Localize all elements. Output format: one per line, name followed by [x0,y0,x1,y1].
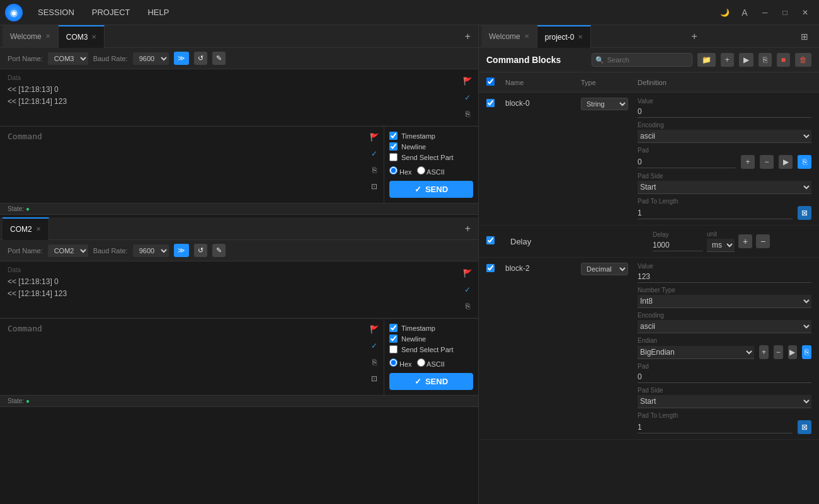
block-0-play-btn[interactable]: ▶ [779,155,793,169]
com2-baud-select[interactable]: 9600 [133,244,169,257]
com3-timestamp-checkbox[interactable] [389,132,398,140]
add-tab-com2[interactable]: + [460,223,476,234]
com3-newline-check[interactable]: Newline [389,142,473,151]
delay-checkbox[interactable] [486,236,495,244]
delay-minus-btn[interactable]: − [756,234,770,248]
block-0-pad-input[interactable] [638,156,736,168]
tab-project0[interactable]: project-0 ✕ [537,25,592,48]
com3-copy-icon[interactable]: ✓ [461,91,474,105]
com3-hex-radio-label[interactable]: Hex [389,166,412,176]
close-tab-com2[interactable]: ✕ [36,226,41,232]
minimize-icon[interactable]: ─ [756,4,774,21]
com2-timestamp-checkbox[interactable] [389,324,398,332]
block-0-padside-select[interactable]: Start End [638,181,811,194]
block-0-type-select[interactable]: String Decimal Hex [581,98,628,110]
block-0-checkbox[interactable] [486,99,495,107]
delay-unit-select[interactable]: ms s [707,239,735,252]
tab-com3[interactable]: COM3 ✕ [59,25,105,48]
com3-clear-icon[interactable]: 🚩 [461,74,474,88]
com3-port-select[interactable]: COM3 [48,52,88,65]
close-tab-com3[interactable]: ✕ [91,33,96,40]
com3-newline-checkbox[interactable] [389,142,398,151]
com2-settings-btn[interactable]: ✎ [212,244,226,257]
delay-check[interactable] [486,236,505,246]
delay-add-btn[interactable]: + [738,234,752,248]
com2-cmd-check-icon[interactable]: ✓ [367,339,381,353]
com2-expand-icon[interactable]: ⊡ [461,316,474,318]
com3-ascii-radio[interactable] [417,166,425,175]
block-0-copy-btn[interactable]: ⎘ [798,155,811,169]
com2-copy-icon[interactable]: ✓ [461,283,474,297]
cb-stop-btn[interactable]: ■ [777,53,790,67]
cb-play-btn[interactable]: ▶ [739,53,753,67]
block-2-minus-btn[interactable]: − [774,345,783,359]
menu-help[interactable]: HELP [140,5,176,20]
com2-sendselect-check[interactable]: Send Select Part [389,345,473,353]
com2-cmd-expand-icon[interactable]: ⊡ [367,372,381,386]
close-tab-project0[interactable]: ✕ [578,33,583,40]
com2-send-btn[interactable]: ✓ SEND [389,373,473,390]
com3-send-btn[interactable]: ✓ SEND [389,181,473,198]
cb-delete-btn[interactable]: 🗑 [795,53,811,67]
com2-cmd-flag-icon[interactable]: 🚩 [367,323,381,336]
close-tab-welcome-left[interactable]: ✕ [45,33,50,40]
com3-cmd-check-icon[interactable]: ✓ [367,147,381,161]
com3-settings-btn[interactable]: ✎ [212,52,226,65]
com3-refresh-btn[interactable]: ↺ [194,52,207,65]
add-tab-left[interactable]: + [460,31,476,42]
com2-timestamp-check[interactable]: Timestamp [389,324,473,332]
com2-clear-icon[interactable]: 🚩 [461,266,474,280]
block-0-encoding-select[interactable]: ascii utf8 hex [638,130,811,143]
block-2-play-btn[interactable]: ▶ [788,345,798,359]
cb-copy-btn[interactable]: ⎘ [759,53,772,67]
block-2-value-input[interactable] [638,271,811,283]
com2-refresh-btn[interactable]: ↺ [194,244,207,257]
block-2-copy-btn[interactable]: ⎘ [802,345,811,359]
block-0-check[interactable] [486,98,505,109]
block-2-padside-select[interactable]: Start End [638,395,811,408]
tab-welcome-right[interactable]: Welcome ✕ [481,25,537,48]
com3-cmd-flag-icon[interactable]: 🚩 [367,130,381,144]
com2-save-icon[interactable]: ⎘ [461,299,474,313]
com3-cmd-expand-icon[interactable]: ⊡ [367,180,381,193]
cb-add-btn[interactable]: + [721,53,734,67]
block-2-checkbox[interactable] [486,264,495,272]
block-2-encoding-select[interactable]: ascii utf8 hex [638,320,811,333]
block-0-pad-add-btn[interactable]: + [741,155,755,169]
block-2-type-select[interactable]: String Decimal Hex [581,263,628,275]
block-2-check[interactable] [486,263,505,274]
com2-ascii-radio-label[interactable]: ASCII [417,358,445,368]
com2-cmd-copy-icon[interactable]: ⎘ [367,355,381,369]
com3-command-input[interactable] [8,132,357,182]
menu-project[interactable]: PROJECT [84,5,138,20]
com2-sendselect-checkbox[interactable] [389,345,398,353]
com3-ascii-radio-label[interactable]: ASCII [417,166,445,176]
close-tab-welcome-right[interactable]: ✕ [524,33,529,40]
block-2-endian-select[interactable]: BigEndian LittleEndian [638,346,754,359]
com3-sendselect-check[interactable]: Send Select Part [389,153,473,161]
com3-cmd-copy-icon[interactable]: ⎘ [367,163,381,177]
language-icon[interactable]: A [736,4,753,21]
close-icon[interactable]: ✕ [796,4,814,21]
cb-open-btn[interactable]: 📁 [697,53,716,67]
com2-ascii-radio[interactable] [417,358,425,367]
tab-welcome-left[interactable]: Welcome ✕ [3,25,59,48]
theme-toggle-icon[interactable]: 🌙 [716,4,733,21]
com3-timestamp-check[interactable]: Timestamp [389,132,473,140]
delay-value-input[interactable] [653,239,703,251]
com3-expand-icon[interactable]: ⊡ [461,123,474,126]
com3-hex-radio[interactable] [389,166,398,175]
block-0-pad-minus-btn[interactable]: − [760,155,774,169]
com2-command-input[interactable] [8,324,357,374]
block-2-padlen-input[interactable] [638,421,793,433]
block-2-numtype-select[interactable]: Int8 Int16 Int32 UInt8 Float [638,295,811,308]
block-2-padlen-special-btn[interactable]: ⊠ [798,420,811,434]
com3-save-icon[interactable]: ⎘ [461,107,474,121]
com2-hex-radio-label[interactable]: Hex [389,358,412,368]
block-0-padlen-input[interactable] [638,207,793,219]
com2-port-select[interactable]: COM2 [48,244,88,257]
com2-hex-radio[interactable] [389,358,398,367]
block-2-add-btn[interactable]: + [759,345,769,359]
com2-newline-check[interactable]: Newline [389,335,473,343]
com3-baud-select[interactable]: 9600 [133,52,169,65]
